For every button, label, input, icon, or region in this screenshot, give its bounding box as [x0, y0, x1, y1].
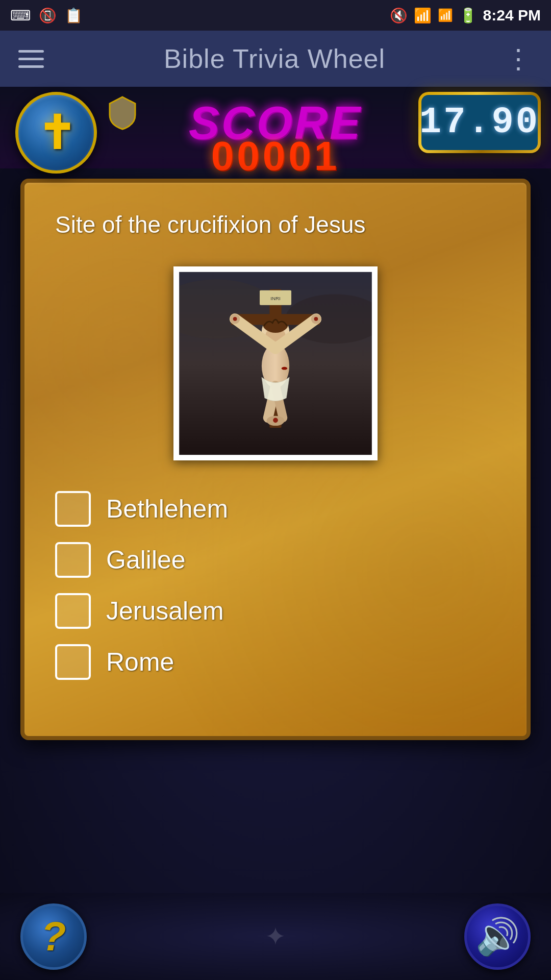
- question-card: Site of the crucifixion of Jesus: [20, 179, 531, 740]
- checkbox-jerusalem[interactable]: [55, 593, 91, 629]
- option-jerusalem[interactable]: Jerusalem: [55, 593, 496, 629]
- answer-options: Bethlehem Galilee Jerusalem Rome: [55, 491, 496, 680]
- timer-value: 17.90: [419, 102, 540, 143]
- cross-icon: ✝: [37, 106, 76, 160]
- shield-left-icon: [107, 94, 138, 130]
- wifi-icon: 📶: [414, 7, 432, 24]
- mute-icon: 🔇: [390, 7, 408, 24]
- option-galilee[interactable]: Galilee: [55, 542, 496, 578]
- score-value: 00001: [211, 133, 340, 180]
- question-text: Site of the crucifixion of Jesus: [55, 208, 496, 241]
- option-bethlehem[interactable]: Bethlehem: [55, 491, 496, 527]
- status-right-icons: 🔇 📶 📶 🔋 8:24 PM: [390, 7, 541, 24]
- timer-badge: 17.90: [418, 92, 541, 153]
- option-rome[interactable]: Rome: [55, 644, 496, 680]
- clipboard-icon: 📋: [65, 7, 83, 24]
- sound-icon: 🔊: [475, 916, 520, 958]
- keyboard-icon: ⌨: [10, 7, 31, 24]
- status-left-icons: ⌨ 📵 📋: [10, 7, 83, 24]
- option-label-rome: Rome: [106, 647, 174, 677]
- svg-point-21: [273, 418, 278, 423]
- option-label-jerusalem: Jerusalem: [106, 596, 224, 626]
- status-bar: ⌨ 📵 📋 🔇 📶 📶 🔋 8:24 PM: [0, 0, 551, 31]
- time-display: 8:24 PM: [483, 7, 541, 24]
- checkbox-galilee[interactable]: [55, 542, 91, 578]
- help-button[interactable]: ?: [20, 903, 87, 970]
- svg-point-15: [233, 317, 237, 321]
- cross-badge: ✝: [15, 92, 97, 174]
- checkbox-rome[interactable]: [55, 644, 91, 680]
- battery-icon: 🔋: [459, 7, 477, 24]
- checkbox-bethlehem[interactable]: [55, 491, 91, 527]
- menu-button[interactable]: [18, 50, 44, 68]
- svg-point-22: [282, 367, 288, 370]
- phone-icon: 📵: [39, 7, 57, 24]
- signal-icon: 📶: [438, 8, 453, 22]
- game-area: ✝ SCORE 00001 17.90: [0, 87, 551, 980]
- app-title: Bible Trivia Wheel: [164, 43, 385, 74]
- more-menu-button[interactable]: ⋮: [505, 43, 533, 74]
- bottom-bar: ? ✦ 🔊: [0, 893, 551, 980]
- help-icon: ?: [41, 913, 66, 960]
- option-label-bethlehem: Bethlehem: [106, 494, 228, 524]
- app-bar: Bible Trivia Wheel ⋮: [0, 31, 551, 87]
- svg-point-11: [263, 315, 288, 333]
- sound-button[interactable]: 🔊: [464, 903, 531, 970]
- svg-text:INRI: INRI: [270, 296, 280, 301]
- score-banner: ✝ SCORE 00001 17.90: [0, 87, 551, 168]
- svg-point-17: [314, 317, 318, 321]
- question-image: INRI: [173, 266, 378, 460]
- option-label-galilee: Galilee: [106, 545, 186, 575]
- star-decoration: ✦: [265, 922, 286, 951]
